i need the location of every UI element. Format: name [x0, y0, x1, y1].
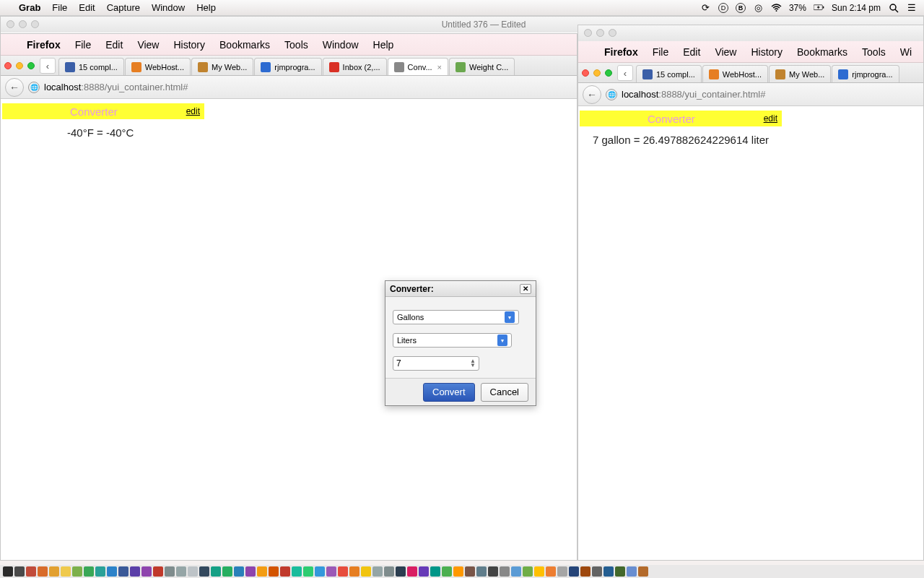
sync-icon[interactable]: ⟳: [700, 2, 711, 13]
dock-app-icon[interactable]: [280, 566, 290, 577]
dock-app-icon[interactable]: [476, 566, 487, 577]
dock-app-icon[interactable]: [234, 566, 244, 577]
dock-app-icon[interactable]: [523, 566, 533, 577]
dock-app-icon[interactable]: [14, 566, 25, 577]
dock-app-icon[interactable]: [72, 566, 82, 577]
dock-app-icon[interactable]: [118, 566, 128, 577]
dock-app-icon[interactable]: [107, 566, 117, 577]
convert-button[interactable]: Convert: [423, 383, 475, 402]
from-unit-select[interactable]: Gallons ▾: [393, 310, 519, 324]
dock-app-icon[interactable]: [176, 566, 186, 577]
dock-app-icon[interactable]: [153, 566, 163, 577]
wifi-icon[interactable]: [771, 2, 782, 13]
dock-app-icon[interactable]: [396, 566, 406, 577]
menu-window[interactable]: Window: [152, 2, 185, 13]
dock-app-icon[interactable]: [199, 566, 209, 577]
dialog-close-button[interactable]: ✕: [520, 284, 531, 294]
dock-app-icon[interactable]: [315, 566, 325, 577]
dock-app-icon[interactable]: [546, 566, 556, 577]
browser-tab[interactable]: rjmprogra...: [254, 58, 321, 75]
dock-app-icon[interactable]: [188, 566, 198, 577]
dock-app-icon[interactable]: [130, 566, 140, 577]
traffic-min[interactable]: [16, 62, 23, 69]
browser-tab[interactable]: Weight C...: [449, 58, 515, 75]
dock-app-icon[interactable]: [569, 566, 579, 577]
menu-file[interactable]: File: [52, 2, 67, 13]
dock-app-icon[interactable]: [95, 566, 105, 577]
dock-app-icon[interactable]: [222, 566, 232, 577]
dock-app-icon[interactable]: [603, 566, 614, 577]
dock-app-icon[interactable]: [84, 566, 94, 577]
dock-app-icon[interactable]: [534, 566, 544, 577]
target-icon[interactable]: ◎: [753, 2, 764, 13]
dock-app-icon[interactable]: [430, 566, 440, 577]
spinner-icon[interactable]: ▲▼: [470, 359, 476, 368]
back-button[interactable]: ←: [583, 85, 601, 104]
dock-app-icon[interactable]: [257, 566, 267, 577]
dock-app-icon[interactable]: [500, 566, 510, 577]
dock-app-icon[interactable]: [269, 566, 279, 577]
dock-app-icon[interactable]: [338, 566, 348, 577]
edit-link[interactable]: edit: [186, 106, 200, 116]
browser-tab[interactable]: My Web...: [191, 58, 253, 75]
dock-app-icon[interactable]: [326, 566, 336, 577]
tab-nav-back[interactable]: ‹: [40, 58, 56, 74]
to-unit-select[interactable]: Liters ▾: [393, 333, 512, 348]
dock-app-icon[interactable]: [141, 566, 152, 577]
browser-tab[interactable]: My Web...: [769, 65, 831, 82]
close-icon[interactable]: ×: [437, 63, 442, 72]
url-field[interactable]: localhost:8888/yui_container.html#: [44, 82, 188, 92]
traffic-close[interactable]: [582, 69, 589, 77]
b-icon[interactable]: B: [736, 3, 746, 13]
dock-app-icon[interactable]: [442, 566, 452, 577]
dock-app-icon[interactable]: [638, 566, 648, 577]
dock-app-icon[interactable]: [292, 566, 302, 577]
menu-help[interactable]: Help: [196, 2, 216, 13]
browser-tab[interactable]: Inbox (2,...: [323, 58, 387, 75]
browser-tab[interactable]: 15 compl...: [58, 58, 124, 75]
list-icon[interactable]: ☰: [906, 2, 917, 13]
spotlight-icon[interactable]: [888, 2, 899, 13]
ff-window[interactable]: Window: [323, 39, 359, 51]
browser-tab[interactable]: WebHost...: [125, 58, 191, 75]
browser-tab[interactable]: 15 compl...: [636, 65, 702, 82]
dock-app-icon[interactable]: [26, 566, 36, 577]
d-icon[interactable]: D: [718, 3, 728, 13]
traffic-zoom[interactable]: [605, 69, 612, 77]
dock-app-icon[interactable]: [211, 566, 221, 577]
menubar-app[interactable]: Grab: [19, 2, 40, 13]
url-field[interactable]: localhost:8888/yui_container.html#: [622, 89, 765, 100]
dock-app-icon[interactable]: [349, 566, 359, 577]
dock-app-icon[interactable]: [3, 566, 13, 577]
ff-app[interactable]: Firefox: [27, 39, 61, 51]
browser-tab[interactable]: WebHost...: [702, 65, 768, 82]
dock-app-icon[interactable]: [407, 566, 417, 577]
browser-tab[interactable]: rjmprogra...: [832, 65, 899, 82]
dock-app-icon[interactable]: [372, 566, 383, 577]
dock-app-icon[interactable]: [511, 566, 521, 577]
dock-app-icon[interactable]: [615, 566, 625, 577]
edit-link[interactable]: edit: [764, 113, 777, 124]
dock-app-icon[interactable]: [61, 566, 71, 577]
dock-app-icon[interactable]: [557, 566, 567, 577]
dock-app-icon[interactable]: [419, 566, 429, 577]
dock-app-icon[interactable]: [38, 566, 48, 577]
ff-bookmarks[interactable]: Bookmarks: [219, 39, 270, 51]
ff-app[interactable]: Firefox: [604, 46, 638, 58]
ff-tools[interactable]: Tools: [284, 39, 308, 51]
clock[interactable]: Sun 2:14 pm: [832, 3, 881, 13]
back-button[interactable]: ←: [5, 78, 24, 97]
ff-history[interactable]: History: [173, 39, 205, 51]
tab-nav-back[interactable]: ‹: [617, 65, 633, 81]
traffic-min[interactable]: [593, 69, 601, 77]
dock-app-icon[interactable]: [488, 566, 498, 577]
dock-app-icon[interactable]: [580, 566, 590, 577]
ff-edit[interactable]: Edit: [105, 39, 123, 51]
dock-app-icon[interactable]: [592, 566, 602, 577]
menu-capture[interactable]: Capture: [107, 2, 140, 13]
dock-app-icon[interactable]: [453, 566, 463, 577]
dock-app-icon[interactable]: [165, 566, 175, 577]
traffic-close[interactable]: [4, 62, 12, 69]
ff-view[interactable]: View: [137, 39, 159, 51]
traffic-zoom[interactable]: [27, 62, 35, 69]
